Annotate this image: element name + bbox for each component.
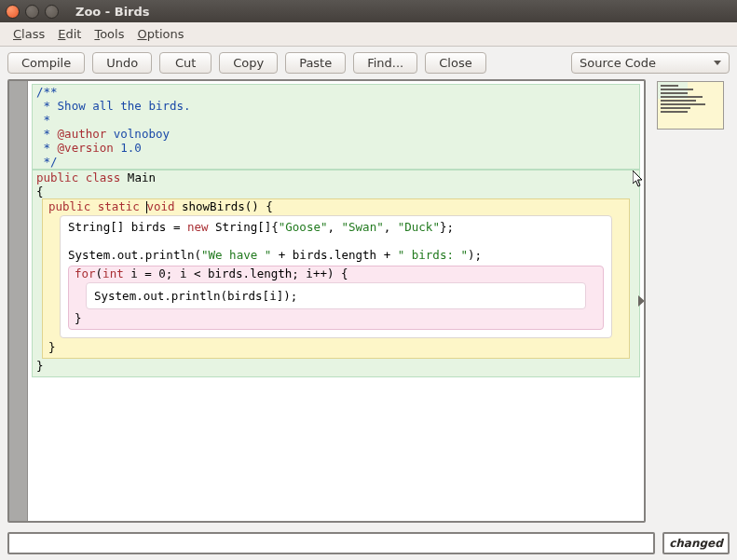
window-controls <box>6 5 59 19</box>
status-state: changed <box>662 532 730 554</box>
menu-class[interactable]: Class <box>7 25 50 43</box>
maximize-icon[interactable] <box>45 5 59 19</box>
workarea: /** * Show all the birds. * * @author vo… <box>0 79 737 528</box>
for-body-block: System.out.println(birds[i]); <box>86 282 586 309</box>
compile-button[interactable]: Compile <box>7 52 85 74</box>
class-block: public class Main { public static void s… <box>32 170 640 377</box>
javadoc-block: /** * Show all the birds. * * @author vo… <box>32 84 640 170</box>
panel-divider-icon[interactable] <box>638 295 645 307</box>
menu-edit[interactable]: Edit <box>52 25 87 43</box>
minimize-icon[interactable] <box>25 5 39 19</box>
menu-options[interactable]: Options <box>131 25 189 43</box>
copy-button[interactable]: Copy <box>219 52 278 74</box>
editor-gutter[interactable] <box>9 81 28 521</box>
titlebar: Zoo - Birds <box>0 0 737 22</box>
chevron-down-icon <box>714 61 721 65</box>
paste-button[interactable]: Paste <box>285 52 346 74</box>
find-button[interactable]: Find... <box>353 52 417 74</box>
toolbar: Compile Undo Cut Copy Paste Find... Clos… <box>0 47 737 79</box>
close-icon[interactable] <box>6 5 20 19</box>
method-block: public static void showBirds() { String[… <box>42 198 630 359</box>
view-select[interactable]: Source Code <box>571 52 730 74</box>
window-title: Zoo - Birds <box>75 5 150 19</box>
overview-panel <box>651 79 730 523</box>
undo-button[interactable]: Undo <box>92 52 152 74</box>
cut-button[interactable]: Cut <box>159 52 212 74</box>
code-editor[interactable]: /** * Show all the birds. * * @author vo… <box>28 81 644 521</box>
code-minimap[interactable] <box>657 81 724 130</box>
editor-panel: /** * Show all the birds. * * @author vo… <box>7 79 646 523</box>
status-message <box>7 532 655 554</box>
menubar: Class Edit Tools Options <box>0 22 737 47</box>
view-select-value: Source Code <box>580 56 656 70</box>
close-button[interactable]: Close <box>425 52 485 74</box>
method-body-block: String[] birds = new String[]{"Goose", "… <box>60 215 612 338</box>
statusbar: changed <box>0 528 737 560</box>
menu-tools[interactable]: Tools <box>89 25 130 43</box>
for-loop-block: for(int i = 0; i < birds.length; i++) { … <box>68 266 604 330</box>
